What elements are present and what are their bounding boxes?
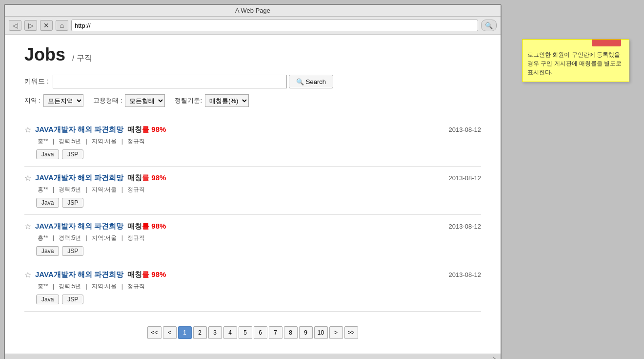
meta-sep: | <box>121 283 124 290</box>
star-icon[interactable]: ☆ <box>24 125 31 134</box>
job-experience: 경력:5년 <box>59 234 81 241</box>
match-number: 를 98% <box>142 125 166 133</box>
page-title-main: Jobs <box>24 44 65 64</box>
meta-sep: | <box>53 234 56 241</box>
job-tag: JSP <box>62 246 83 256</box>
job-title-area: ☆ JAVA개발자 해외 파견희망 매칭를 98% <box>24 173 166 183</box>
pagination-page[interactable]: 2 <box>193 326 207 339</box>
meta-sep: | <box>53 186 56 193</box>
sticky-note-body: 로그인한 회원이 구인란에 등록했을 경우 구인 게시판에 매칭률을 별도로 표… <box>523 46 629 82</box>
match-number: 를 98% <box>142 222 166 230</box>
job-title-area: ☆ JAVA개발자 해외 파견희망 매칭를 98% <box>24 270 166 279</box>
search-button-label: Search <box>306 78 326 85</box>
job-type: 정규직 <box>127 283 145 290</box>
browser-window: A Web Page ◁ ▷ ✕ ⌂ 🔍 Jobs / 구직 키워드 : 🔍 S… <box>4 4 502 359</box>
job-tags: JavaJSP <box>24 295 481 304</box>
meta-sep: | <box>86 234 89 241</box>
pagination-page[interactable]: 7 <box>269 326 282 339</box>
pagination-page[interactable]: 5 <box>239 326 252 339</box>
job-region: 지역:서울 <box>92 234 117 241</box>
pagination-page[interactable]: 1 <box>178 326 192 339</box>
job-meta: 홍** | 경력:5년 | 지역:서울 | 정규직 <box>24 186 481 194</box>
browser-search-icon[interactable]: 🔍 <box>481 20 497 31</box>
job-header: ☆ JAVA개발자 해외 파견희망 매칭를 98% 2013-08-12 <box>24 173 481 183</box>
close-button[interactable]: ✕ <box>40 20 53 31</box>
search-input[interactable] <box>53 75 287 88</box>
home-button[interactable]: ⌂ <box>56 20 68 31</box>
job-type: 정규직 <box>127 234 145 241</box>
pagination-page[interactable]: 8 <box>284 326 298 339</box>
region-select[interactable]: 모든지역 서울 경기 부산 대구 인천 <box>43 94 83 107</box>
job-experience: 경력:5년 <box>59 186 81 193</box>
employment-label: 고용형태 : <box>93 96 122 105</box>
match-rate: 매칭를 98% <box>127 173 166 183</box>
browser-content: Jobs / 구직 키워드 : 🔍 Search 지역 : 모든지역 서울 경기… <box>5 35 501 354</box>
meta-sep: | <box>86 283 89 290</box>
forward-button[interactable]: ▷ <box>24 20 37 31</box>
job-type: 정규직 <box>127 138 145 145</box>
back-button[interactable]: ◁ <box>9 20 21 31</box>
job-tag: Java <box>36 198 59 208</box>
job-experience: 경력:5년 <box>59 283 81 290</box>
url-input[interactable] <box>71 20 478 31</box>
meta-sep: | <box>121 186 124 193</box>
pagination-page[interactable]: 6 <box>254 326 267 339</box>
browser-titlebar: A Web Page <box>5 5 501 17</box>
match-rate: 매칭를 98% <box>127 222 166 231</box>
job-item: ☆ JAVA개발자 해외 파견희망 매칭를 98% 2013-08-12 홍**… <box>24 215 481 263</box>
meta-sep: | <box>86 186 89 193</box>
match-text: 매칭 <box>127 125 142 133</box>
search-button[interactable]: 🔍 Search <box>289 75 333 88</box>
job-item: ☆ JAVA개발자 해외 파견희망 매칭를 98% 2013-08-12 홍**… <box>24 263 481 312</box>
job-item: ☆ JAVA개발자 해외 파견희망 매칭를 98% 2013-08-12 홍**… <box>24 167 481 215</box>
match-rate: 매칭를 98% <box>127 270 166 279</box>
browser-statusbar: ↘ <box>5 354 501 359</box>
sticky-note-text: 로그인한 회원이 구인란에 등록했을 경우 구인 게시판에 매칭률을 별도로 표… <box>527 51 622 76</box>
match-number: 를 98% <box>142 173 166 182</box>
match-text: 매칭 <box>127 222 142 230</box>
page-title: Jobs / 구직 <box>24 44 481 65</box>
pagination-last[interactable]: >> <box>344 326 358 339</box>
sticky-note-tab <box>592 40 621 46</box>
pagination-prev[interactable]: < <box>163 326 177 339</box>
job-tags: JavaJSP <box>24 149 481 159</box>
job-date: 2013-08-12 <box>449 174 482 182</box>
pagination: <<<12345678910>>> <box>24 326 481 339</box>
star-icon[interactable]: ☆ <box>24 270 31 279</box>
job-experience: 경력:5년 <box>59 138 81 145</box>
pagination-page[interactable]: 9 <box>299 326 313 339</box>
employment-select[interactable]: 모든형태 정규직 계약직 인턴 파트타임 <box>125 94 165 107</box>
pagination-first[interactable]: << <box>147 326 161 339</box>
pagination-page[interactable]: 10 <box>314 326 328 339</box>
star-icon[interactable]: ☆ <box>24 173 31 183</box>
sort-select[interactable]: 매칭률(%) 최신순 급여순 <box>205 94 249 107</box>
meta-sep: | <box>121 138 124 145</box>
job-company: 홍** <box>38 234 48 241</box>
job-title-link[interactable]: JAVA개발자 해외 파견희망 <box>35 125 123 134</box>
job-region: 지역:서울 <box>92 138 117 145</box>
job-tag: JSP <box>62 295 83 304</box>
pagination-next[interactable]: > <box>329 326 343 339</box>
job-title-link[interactable]: JAVA개발자 해외 파견희망 <box>35 173 123 183</box>
star-icon[interactable]: ☆ <box>24 222 31 231</box>
top-divider <box>24 116 481 116</box>
job-header: ☆ JAVA개발자 해외 파견희망 매칭를 98% 2013-08-12 <box>24 222 481 231</box>
job-type: 정규직 <box>127 186 145 193</box>
job-title-link[interactable]: JAVA개발자 해외 파견희망 <box>35 270 123 279</box>
match-text: 매칭 <box>127 173 142 182</box>
meta-sep: | <box>121 234 124 241</box>
job-tag: JSP <box>62 149 83 159</box>
browser-toolbar: ◁ ▷ ✕ ⌂ 🔍 <box>5 17 501 35</box>
job-tag: Java <box>36 246 59 256</box>
job-header: ☆ JAVA개발자 해외 파견희망 매칭를 98% 2013-08-12 <box>24 270 481 279</box>
region-label: 지역 : <box>24 96 40 105</box>
pagination-page[interactable]: 3 <box>208 326 222 339</box>
job-list: ☆ JAVA개발자 해외 파견희망 매칭를 98% 2013-08-12 홍**… <box>24 118 481 312</box>
sort-label: 정렬기준: <box>175 96 202 105</box>
resize-handle: ↘ <box>492 355 497 359</box>
match-rate: 매칭를 98% <box>127 125 166 134</box>
job-tags: JavaJSP <box>24 246 481 256</box>
pagination-page[interactable]: 4 <box>223 326 237 339</box>
job-title-link[interactable]: JAVA개발자 해외 파견희망 <box>35 222 123 231</box>
employment-filter-group: 고용형태 : 모든형태 정규직 계약직 인턴 파트타임 <box>93 94 165 107</box>
